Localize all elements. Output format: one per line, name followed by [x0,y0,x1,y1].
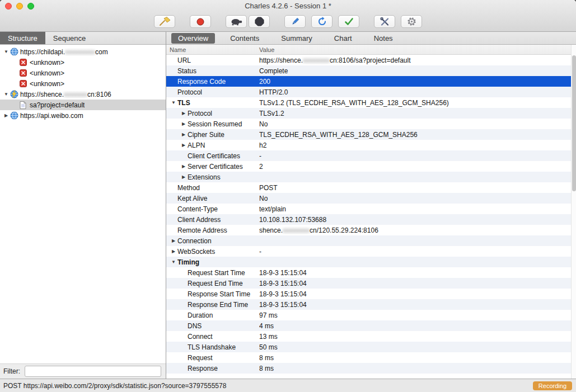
row-name: Content-Type [177,205,218,213]
filter-input[interactable] [25,366,161,377]
table-row[interactable]: Connect13 ms [166,331,576,342]
vertical-scrollbar[interactable] [571,45,576,379]
label-text: TLSv1.2 [259,110,284,117]
table-row[interactable]: Client Address10.108.132.107:53688 [166,214,576,225]
table-row[interactable]: Response Code200 [166,76,576,87]
throttling-button[interactable] [226,15,247,28]
breakpoints-button[interactable] [249,15,270,28]
disclosure-triangle-icon[interactable]: ▶ [180,164,188,169]
disclosure-triangle-icon[interactable]: ▶ [180,174,188,180]
tab-chart[interactable]: Chart [327,33,359,44]
close-button[interactable] [5,3,12,10]
row-value-cell: - [259,248,576,256]
row-name: Timing [177,258,199,266]
disclosure-triangle-icon[interactable]: ▶ [180,132,188,137]
table-row[interactable]: ▶Extensions [166,172,576,182]
row-name: Client Address [177,216,221,224]
table-row[interactable]: Content-Typetext/plain [166,204,576,214]
table-row[interactable]: Request End Time18-9-3 15:15:04 [166,278,576,289]
label-text: 10.108.132.107:53688 [259,216,326,224]
row-name: Method [177,184,200,192]
table-row[interactable]: ▼Timing [166,257,576,267]
table-row[interactable]: ▶Session ResumedNo [166,119,576,129]
row-value-cell: 2 [259,163,576,171]
disclosure-triangle-icon[interactable]: ▶ [180,143,188,148]
table-row[interactable]: Request Start Time18-9-3 15:15:04 [166,267,576,278]
tools-button[interactable] [374,15,395,28]
table-row[interactable]: DNS4 ms [166,320,576,331]
disclosure-triangle-icon[interactable]: ▶ [170,238,177,243]
tree-item[interactable]: <unknown> [0,78,166,89]
label-text: 8 ms [259,365,274,372]
tab-notes[interactable]: Notes [367,33,400,44]
table-row[interactable]: ▶Connection [166,235,576,246]
redacted-text: xxxxxxxx [303,56,330,64]
table-row[interactable]: TLS Handshake50 ms [166,342,576,352]
column-header-name[interactable]: Name [166,46,259,53]
tree-item[interactable]: ▼https://shence.xxxxxxxcn:8106 [0,89,166,100]
table-row[interactable]: MethodPOST [166,182,576,193]
scrollbar-thumb[interactable] [572,55,576,191]
disclosure-triangle-icon[interactable]: ▶ [2,113,10,118]
redacted-text: xxxxxxxxx [65,48,95,56]
disclosure-triangle-icon[interactable]: ▼ [2,92,10,97]
error-x-icon [20,59,30,66]
tree-item[interactable]: <unknown> [0,57,166,68]
disclosure-triangle-icon[interactable]: ▶ [180,111,188,116]
tree-item[interactable]: <unknown> [0,68,166,78]
settings-button[interactable] [401,15,422,28]
row-name-cell: Protocol [166,88,259,96]
tab-overview[interactable]: Overview [171,33,215,44]
table-row[interactable]: ▶Server Certificates2 [166,161,576,172]
row-name: Cipher Suite [188,131,224,139]
table-row[interactable]: Response End Time18-9-3 15:15:04 [166,299,576,310]
clear-session-button[interactable] [154,15,175,28]
compose-button[interactable] [284,15,306,28]
table-row[interactable]: Client Certificates- [166,150,576,161]
tab-structure[interactable]: Structure [0,32,45,44]
repeat-arrow-icon [317,17,327,26]
table-row[interactable]: Request8 ms [166,352,576,363]
tab-contents[interactable]: Contents [223,33,266,44]
row-name: Status [177,67,196,75]
tree-item[interactable]: sa?project=default [0,100,166,110]
table-row[interactable]: ▶Cipher SuiteTLS_ECDHE_RSA_WITH_AES_128_… [166,129,576,140]
disclosure-triangle-icon[interactable]: ▼ [2,49,10,54]
disclosure-triangle-icon[interactable]: ▼ [170,259,177,265]
tab-summary[interactable]: Summary [274,33,319,44]
column-header-value[interactable]: Value [259,46,576,53]
tab-sequence[interactable]: Sequence [45,32,94,44]
row-name: ALPN [188,141,205,149]
table-row[interactable]: ▶WebSockets- [166,246,576,257]
table-row[interactable]: ▶ProtocolTLSv1.2 [166,108,576,119]
tree-item-label: sa?project=default [30,101,85,109]
table-row[interactable]: ProtocolHTTP/2.0 [166,87,576,97]
tree-item[interactable]: ▶https://api.weibo.com [0,110,166,121]
table-row[interactable]: ▼TLSTLSv1.2 (TLS_ECDHE_RSA_WITH_AES_128_… [166,97,576,108]
crossed-tools-icon [380,17,390,26]
globe-icon [10,111,20,120]
table-row[interactable]: Response8 ms [166,363,576,374]
validate-button[interactable] [338,15,359,28]
row-name: Request [188,354,213,362]
disclosure-triangle-icon[interactable]: ▶ [170,249,177,254]
table-row[interactable]: Duration97 ms [166,310,576,320]
table-row[interactable]: URLhttps://shence.xxxxxxxxcn:8106/sa?pro… [166,55,576,65]
zoom-button[interactable] [27,3,34,10]
table-row[interactable]: StatusComplete [166,65,576,76]
table-row[interactable]: Response Start Time18-9-3 15:15:04 [166,289,576,299]
record-toggle-button[interactable] [190,15,211,28]
label-text: <unknown> [30,69,64,77]
table-row[interactable]: Remote Addressshence.xxxxxxxxcn/120.55.2… [166,225,576,235]
checkmark-icon [344,17,354,26]
row-value-cell: 50 ms [259,343,576,351]
disclosure-triangle-icon[interactable]: ▶ [180,121,188,126]
minimize-button[interactable] [16,3,23,10]
table-row[interactable]: ▶ALPNh2 [166,140,576,150]
disclosure-triangle-icon[interactable]: ▼ [170,100,177,105]
label-text: 4 ms [259,322,274,330]
tree-item[interactable]: ▼https://childapi.xxxxxxxxxcom [0,46,166,57]
repeat-button[interactable] [311,15,333,28]
content-area: Structure Sequence ▼https://childapi.xxx… [0,32,576,379]
table-row[interactable]: Kept AliveNo [166,193,576,204]
